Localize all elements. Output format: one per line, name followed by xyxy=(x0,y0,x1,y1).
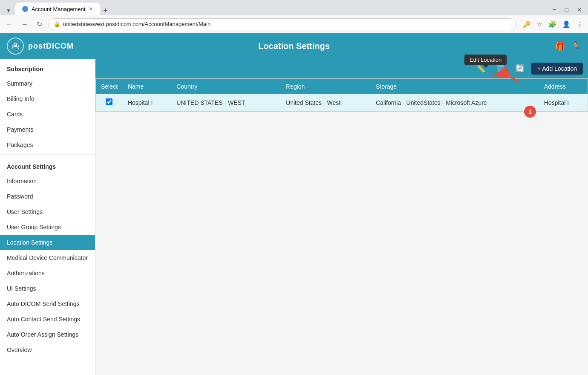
lock-icon: 🔒 xyxy=(54,21,61,27)
url-text: unitedstateswest.postdicom.com/AccountMa… xyxy=(63,21,210,27)
tab-scroll-left[interactable]: ▼ xyxy=(3,6,14,15)
table-body: Hospital I UNITED STATES - WEST United S… xyxy=(96,94,588,111)
sidebar-item-auto-order-assign-settings[interactable]: Auto Order Assign Settings xyxy=(0,327,95,342)
tab-favicon xyxy=(22,6,28,12)
sidebar-item-ui-settings[interactable]: UI Settings xyxy=(0,281,95,296)
browser-window: ▼ Account Management ✕ + − □ ✕ ← → ↻ 🔒 u… xyxy=(0,0,588,375)
extensions-icon[interactable]: 🧩 xyxy=(547,19,558,30)
star-icon[interactable]: ☆ xyxy=(535,19,544,30)
table-container: Select Name Country Region Storage Addre… xyxy=(95,78,588,112)
table-row: Hospital I UNITED STATES - WEST United S… xyxy=(96,94,588,111)
account-settings-section-title: Account Settings xyxy=(0,156,95,173)
row-country: UNITED STATES - WEST xyxy=(171,94,281,111)
refresh-button[interactable]: 🔄 xyxy=(512,62,528,75)
table-toolbar: ✏️ 🗑️ 🔄 + Add Location xyxy=(95,59,588,78)
app-logo: postDICOM xyxy=(7,38,74,55)
header-title: Location Settings xyxy=(258,41,330,51)
sidebar-item-user-settings[interactable]: User Settings xyxy=(0,204,95,219)
sidebar-item-auto-dicom-send-settings[interactable]: Auto DICOM Send Settings xyxy=(0,296,95,312)
row-address: Hospital I xyxy=(539,94,588,111)
browser-tab-active[interactable]: Account Management ✕ xyxy=(15,3,100,15)
sidebar-item-cards[interactable]: Cards xyxy=(0,107,95,122)
col-storage: Storage xyxy=(371,79,539,94)
edit-button[interactable]: ✏️ xyxy=(473,62,489,75)
app-container: postDICOM Location Settings 🎁 🏃 Subscrip… xyxy=(0,33,588,375)
content-area: ✏️ 🗑️ 🔄 + Add Location Select Name Count… xyxy=(95,59,588,375)
sidebar-item-payments[interactable]: Payments xyxy=(0,122,95,137)
window-controls: − □ ✕ xyxy=(550,4,585,15)
col-select: Select xyxy=(96,79,123,94)
row-storage: California - UnitedStates - Microsoft Az… xyxy=(371,94,539,111)
table-header: Select Name Country Region Storage Addre… xyxy=(96,79,588,94)
svg-point-0 xyxy=(14,43,17,46)
col-country: Country xyxy=(171,79,281,94)
tab-label: Account Management xyxy=(32,6,85,12)
row-checkbox[interactable] xyxy=(106,98,112,105)
sidebar-item-summary[interactable]: Summary xyxy=(0,76,95,91)
col-region: Region xyxy=(281,79,371,94)
sidebar-item-overview[interactable]: Overview xyxy=(0,342,95,358)
close-button[interactable]: ✕ xyxy=(574,5,585,15)
locations-table: Select Name Country Region Storage Addre… xyxy=(96,79,588,111)
row-region: United States - West xyxy=(281,94,371,111)
col-address: Address xyxy=(539,79,588,94)
browser-toolbar-icons: 🔑 ☆ 🧩 👤 ⋮ xyxy=(521,19,585,30)
minimize-button[interactable]: − xyxy=(550,4,559,15)
maximize-button[interactable]: □ xyxy=(562,5,571,15)
gift-icon[interactable]: 🎁 xyxy=(555,41,565,51)
sidebar-item-auto-contact-send-settings[interactable]: Auto Contact Send Settings xyxy=(0,312,95,327)
sidebar-item-packages[interactable]: Packages xyxy=(0,137,95,153)
sidebar-item-location-settings[interactable]: Location Settings xyxy=(0,235,95,250)
sidebar-item-user-group-settings[interactable]: User Group Settings xyxy=(0,219,95,235)
reload-button[interactable]: ↻ xyxy=(34,18,45,30)
subscription-section-title: Subscription xyxy=(0,59,95,76)
browser-tab-bar: ▼ Account Management ✕ + − □ ✕ xyxy=(0,0,588,15)
sidebar-item-information[interactable]: Information xyxy=(0,173,95,189)
sidebar-divider-1 xyxy=(0,154,95,155)
forward-button[interactable]: → xyxy=(19,19,31,30)
header-actions: 🎁 🏃 xyxy=(555,41,581,51)
new-tab-button[interactable]: + xyxy=(100,6,111,15)
app-header: postDICOM Location Settings 🎁 🏃 xyxy=(0,33,588,59)
browser-toolbar: ← → ↻ 🔒 unitedstateswest.postdicom.com/A… xyxy=(0,15,588,33)
main-layout: Subscription Summary Billing Info Cards … xyxy=(0,59,588,375)
back-button[interactable]: ← xyxy=(3,19,15,30)
sidebar-item-medical-device-communicator[interactable]: Medical Device Communicator xyxy=(0,250,95,265)
row-checkbox-cell xyxy=(96,94,123,111)
logo-icon xyxy=(7,38,24,55)
menu-icon[interactable]: ⋮ xyxy=(575,19,585,30)
sidebar-item-billing-info[interactable]: Billing Info xyxy=(0,91,95,107)
run-icon[interactable]: 🏃 xyxy=(571,41,581,51)
key-icon[interactable]: 🔑 xyxy=(521,19,533,30)
row-name: Hospital I xyxy=(123,94,171,111)
sidebar-item-password[interactable]: Password xyxy=(0,189,95,204)
sidebar-item-authorizations[interactable]: Authorizations xyxy=(0,265,95,281)
sidebar: Subscription Summary Billing Info Cards … xyxy=(0,59,95,375)
logo-text: postDICOM xyxy=(28,42,74,51)
address-bar[interactable]: 🔒 unitedstateswest.postdicom.com/Account… xyxy=(48,18,516,30)
delete-button[interactable]: 🗑️ xyxy=(492,62,508,75)
tab-close-button[interactable]: ✕ xyxy=(89,6,93,12)
profile-icon[interactable]: 👤 xyxy=(561,19,572,30)
add-location-button[interactable]: + Add Location xyxy=(531,63,583,75)
col-name: Name xyxy=(123,79,171,94)
